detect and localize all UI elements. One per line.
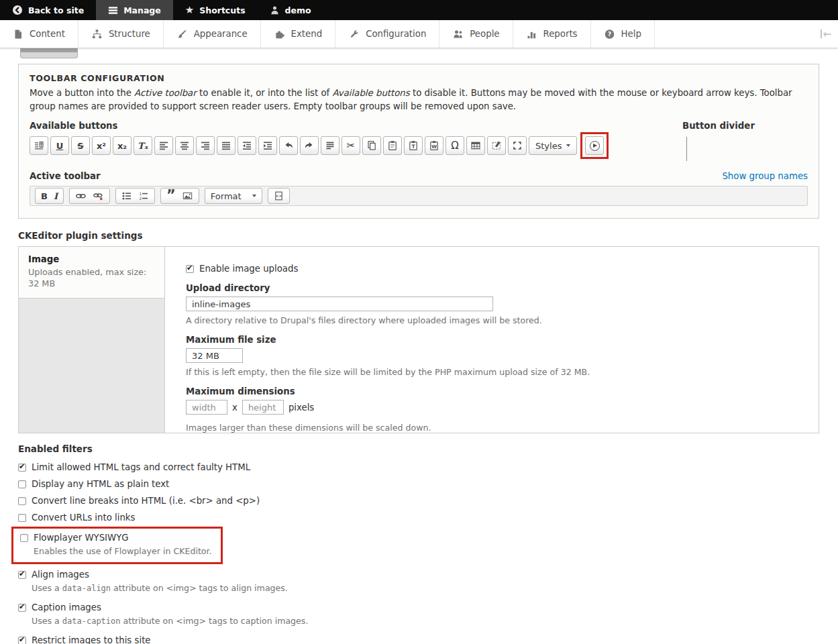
- available-button-copy[interactable]: [362, 136, 381, 155]
- tab-content-label: Content: [30, 29, 65, 39]
- plugin-settings-panel: Image Uploads enabled, max size: 32 MB E…: [18, 246, 819, 433]
- available-button-underline[interactable]: U: [50, 136, 69, 155]
- available-button-superscript[interactable]: x²: [92, 136, 111, 155]
- active-button-italic[interactable]: I: [54, 191, 58, 201]
- dimensions-separator: x: [232, 402, 238, 413]
- max-width-input[interactable]: [186, 400, 227, 415]
- filter-caption-images: Caption images Uses a data-caption attri…: [18, 602, 819, 626]
- filter-label: Convert line breaks into HTML (i.e. <br>…: [32, 496, 260, 506]
- max-dimensions-description: Images larger than these dimensions will…: [186, 423, 805, 433]
- description-text: to enable it, or into the list of: [197, 88, 333, 98]
- user-label: demo: [285, 5, 311, 15]
- annotation-highlight-flowplayer-filter: Flowplayer WYSIWYG Enables the use of Fl…: [11, 527, 223, 564]
- filter-limit-html-checkbox[interactable]: [18, 464, 26, 472]
- filter-line-breaks-checkbox[interactable]: [18, 497, 26, 505]
- available-button-justify[interactable]: [217, 136, 235, 155]
- description-text: attribute on <img> tags to align images.: [111, 583, 288, 593]
- local-task-tab-fragment[interactable]: [20, 48, 78, 58]
- available-button-redo[interactable]: [300, 136, 319, 155]
- upload-directory-input[interactable]: [186, 297, 493, 311]
- active-toolbar-tray: B I 12 ” Format: [30, 186, 808, 206]
- available-button-language[interactable]: [30, 136, 48, 155]
- vertical-tab-image[interactable]: Image Uploads enabled, max size: 32 MB: [19, 247, 164, 299]
- puzzle-icon: [274, 29, 285, 40]
- tab-configuration[interactable]: Configuration: [335, 20, 439, 48]
- image-plugin-settings: Enable image uploads Upload directory A …: [165, 247, 819, 433]
- svg-text:T: T: [411, 144, 415, 150]
- tab-people-label: People: [470, 29, 499, 39]
- show-group-names-link[interactable]: Show group names: [722, 171, 808, 181]
- active-button-unlink[interactable]: [93, 191, 104, 201]
- available-button-strikethrough[interactable]: S: [71, 136, 90, 155]
- play-circle-icon: [590, 141, 600, 151]
- filter-restrict-images: Restrict images to this site Disallows u…: [18, 635, 819, 644]
- available-button-paste[interactable]: [383, 136, 402, 155]
- filter-convert-urls-checkbox[interactable]: [18, 514, 26, 522]
- tab-reports[interactable]: Reports: [513, 20, 591, 48]
- back-to-site-button[interactable]: Back to site: [0, 0, 96, 20]
- tab-appearance[interactable]: Appearance: [164, 20, 261, 48]
- available-button-outdent[interactable]: [238, 136, 256, 155]
- filter-flowplayer-checkbox[interactable]: [20, 534, 28, 542]
- available-button-undo[interactable]: [279, 136, 298, 155]
- tab-help[interactable]: ? Help: [591, 20, 655, 48]
- available-button-cut[interactable]: ✂: [342, 136, 360, 155]
- orientation-arrow-icon: ←: [823, 28, 831, 40]
- available-button-align-left[interactable]: [154, 136, 173, 155]
- question-circle-icon: ?: [604, 29, 615, 40]
- button-divider-handle[interactable]: [686, 137, 687, 161]
- tab-extend[interactable]: Extend: [261, 20, 336, 48]
- active-button-bulleted-list[interactable]: [121, 191, 132, 201]
- available-button-table[interactable]: [466, 136, 485, 155]
- active-button-blockquote[interactable]: ”: [166, 192, 176, 200]
- max-height-input[interactable]: [242, 400, 284, 415]
- available-button-indent[interactable]: [258, 136, 277, 155]
- active-button-bold[interactable]: B: [41, 191, 48, 201]
- star-icon: ★: [185, 5, 194, 15]
- manage-tab[interactable]: Manage: [96, 0, 173, 20]
- filter-description: Enables the use of Flowplayer in CKEdito…: [34, 546, 212, 556]
- max-file-size-input[interactable]: [186, 348, 243, 363]
- user-menu[interactable]: demo: [258, 0, 323, 20]
- available-button-maximize[interactable]: [508, 136, 527, 155]
- tab-configuration-label: Configuration: [366, 29, 426, 39]
- filter-label: Restrict images to this site: [32, 635, 151, 644]
- bar-chart-icon: [526, 29, 537, 40]
- available-button-div-container[interactable]: [487, 136, 506, 155]
- max-file-size-description: If this is left empty, then the file siz…: [186, 367, 805, 377]
- styles-label: Styles: [535, 141, 562, 151]
- filter-restrict-images-checkbox[interactable]: [18, 637, 26, 644]
- available-button-special-characters[interactable]: Ω: [446, 136, 464, 155]
- enable-image-uploads-checkbox[interactable]: [186, 265, 194, 273]
- available-button-paste-from-word[interactable]: W: [425, 136, 443, 155]
- active-group-format[interactable]: Format: [205, 188, 262, 204]
- available-button-align-center[interactable]: [175, 136, 194, 155]
- available-buttons-label: Available buttons: [30, 121, 652, 131]
- available-button-remove-format[interactable]: Tₓ: [134, 136, 152, 155]
- active-button-source[interactable]: <>: [274, 191, 284, 201]
- active-toolbar-label: Active toolbar: [30, 171, 101, 181]
- available-button-paste-text[interactable]: T: [404, 136, 423, 155]
- active-button-numbered-list[interactable]: 12: [138, 191, 149, 201]
- shortcuts-label: Shortcuts: [199, 5, 245, 15]
- available-button-align-right[interactable]: [196, 136, 215, 155]
- tab-content[interactable]: Content: [0, 20, 78, 48]
- available-button-styles-dropdown[interactable]: Styles: [529, 136, 577, 155]
- available-button-flowplayer[interactable]: [585, 136, 604, 155]
- tab-structure[interactable]: Structure: [78, 20, 164, 48]
- dimensions-unit: pixels: [289, 402, 314, 413]
- format-dropdown-label: Format: [211, 191, 242, 201]
- filter-plain-text-checkbox[interactable]: [18, 480, 26, 488]
- vertical-tab-summary: Uploads enabled, max size: 32 MB: [28, 266, 148, 290]
- active-button-link[interactable]: [75, 191, 87, 201]
- filter-description: Uses a data-caption attribute on <img> t…: [32, 616, 819, 626]
- active-button-image[interactable]: [182, 191, 193, 201]
- shortcuts-tab[interactable]: ★ Shortcuts: [173, 0, 258, 20]
- toolbar-orientation-toggle[interactable]: ←: [821, 20, 831, 48]
- tab-people[interactable]: People: [439, 20, 513, 48]
- annotation-highlight-flowplayer-button: [580, 132, 609, 159]
- available-button-select-all[interactable]: [321, 136, 339, 155]
- available-button-subscript[interactable]: x₂: [113, 136, 132, 155]
- filter-align-images-checkbox[interactable]: [18, 571, 26, 579]
- filter-caption-images-checkbox[interactable]: [18, 604, 26, 612]
